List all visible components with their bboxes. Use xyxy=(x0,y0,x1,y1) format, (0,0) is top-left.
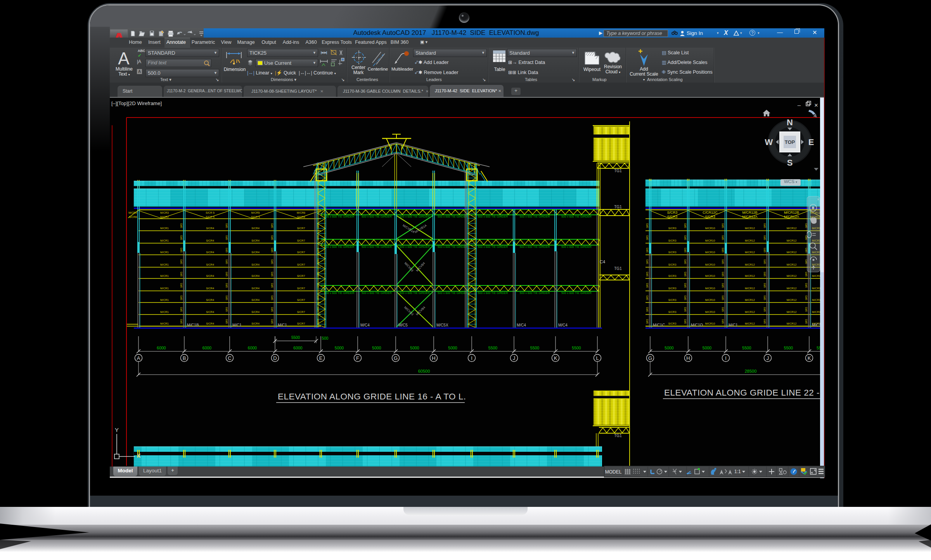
svg-text:SR5: SR5 xyxy=(225,259,228,264)
svg-text:500 x 600 TIE GIRDER: 500 x 600 TIE GIRDER xyxy=(478,291,508,295)
svg-text:SR5: SR5 xyxy=(646,235,649,240)
svg-text:C/CR12C: C/CR12C xyxy=(703,211,718,214)
svg-text:SR5: SR5 xyxy=(763,319,766,324)
svg-text:M/CR10: M/CR10 xyxy=(705,227,715,230)
svg-text:TOP: TOP xyxy=(785,139,795,145)
svg-text:SR5: SR5 xyxy=(180,247,183,252)
svg-text:500 x 600 TIE GIRDER: 500 x 600 TIE GIRDER xyxy=(478,215,508,218)
svg-text:M/CR1: M/CR1 xyxy=(160,239,169,242)
svg-text:S/CR7: S/CR7 xyxy=(297,299,305,301)
svg-text:SR5: SR5 xyxy=(805,283,808,288)
svg-text:M/CR10: M/CR10 xyxy=(705,322,715,325)
svg-text:M/CR10: M/CR10 xyxy=(705,275,715,277)
svg-text:28500: 28500 xyxy=(745,369,757,373)
svg-text:S/CR4: S/CR4 xyxy=(251,299,260,301)
svg-text:SR5: SR5 xyxy=(763,295,766,300)
svg-text:500 x 600 TIE GIRDER: 500 x 600 TIE GIRDER xyxy=(400,291,430,295)
svg-text:S/CR3: S/CR3 xyxy=(667,211,678,214)
svg-text:500 x 600 TIE GIRDER: 500 x 600 TIE GIRDER xyxy=(520,291,550,295)
svg-text:SR5: SR5 xyxy=(684,295,687,300)
svg-text:SR5: SR5 xyxy=(225,319,228,324)
svg-text:SR5: SR5 xyxy=(763,235,766,240)
svg-text:M/CR12: M/CR12 xyxy=(745,287,755,290)
svg-text:SR5: SR5 xyxy=(271,283,273,288)
svg-text:S/CR4: S/CR4 xyxy=(206,227,214,230)
svg-text:SR5: SR5 xyxy=(684,259,687,264)
svg-text:5500: 5500 xyxy=(291,335,300,340)
svg-text:M/CR10: M/CR10 xyxy=(705,311,715,313)
svg-text:S/CR7: S/CR7 xyxy=(297,227,305,230)
svg-text:M/C1C: M/C1C xyxy=(653,323,665,327)
svg-text:M/CR1: M/CR1 xyxy=(160,287,169,290)
svg-text:SR5: SR5 xyxy=(646,271,649,277)
svg-text:K: K xyxy=(808,355,811,361)
svg-text:SR5: SR5 xyxy=(180,271,183,277)
svg-text:S/CR3: S/CR3 xyxy=(668,322,677,325)
svg-text:SR5: SR5 xyxy=(271,247,273,252)
svg-text:TG1: TG1 xyxy=(614,266,622,271)
svg-text:SR5: SR5 xyxy=(271,319,273,324)
svg-text:S/CR7: S/CR7 xyxy=(297,287,305,290)
svg-text:500 x 600 TIE GIRDER: 500 x 600 TIE GIRDER xyxy=(362,245,392,249)
svg-text:M/CR1: M/CR1 xyxy=(160,251,169,254)
svg-text:M/CR12B: M/CR12B xyxy=(784,211,799,214)
svg-text:500 x 600 TIE GIRDER: 500 x 600 TIE GIRDER xyxy=(438,245,468,249)
svg-text:SR5: SR5 xyxy=(763,259,766,264)
svg-text:S/CR4: S/CR4 xyxy=(206,299,214,301)
svg-text:E: E xyxy=(319,355,323,361)
svg-text:SR5: SR5 xyxy=(180,319,183,324)
svg-text:[–][Top][2D Wireframe]: [–][Top][2D Wireframe] xyxy=(111,100,162,106)
svg-text:SR5: SR5 xyxy=(225,283,228,288)
svg-text:C: C xyxy=(228,355,231,361)
svg-text:N: N xyxy=(787,118,793,127)
svg-text:SR5: SR5 xyxy=(646,319,649,324)
svg-text:500 x 600 TIE GIRDER: 500 x 600 TIE GIRDER xyxy=(362,215,392,218)
svg-text:S/CR3: S/CR3 xyxy=(668,239,677,242)
svg-text:M/CR12: M/CR12 xyxy=(745,322,755,325)
svg-text:M/CR3: M/CR3 xyxy=(160,211,169,214)
svg-text:500 x 600 TIE GIRDER: 500 x 600 TIE GIRDER xyxy=(438,291,468,295)
svg-text:S/CR4: S/CR4 xyxy=(206,287,214,290)
svg-text:S/CR7: S/CR7 xyxy=(297,251,305,254)
svg-text:500: 500 xyxy=(322,336,329,340)
svg-text:SR5: SR5 xyxy=(805,295,808,300)
svg-text:SR5: SR5 xyxy=(684,235,687,240)
svg-text:SR5: SR5 xyxy=(763,247,766,252)
svg-text:M/CR12: M/CR12 xyxy=(745,251,755,254)
svg-text:M/C1B: M/C1B xyxy=(187,323,199,327)
svg-text:M/CR12: M/CR12 xyxy=(745,227,755,230)
svg-text:S/CR4: S/CR4 xyxy=(251,239,260,242)
svg-text:H: H xyxy=(686,355,690,361)
svg-text:SR5: SR5 xyxy=(271,271,273,277)
svg-text:SR5: SR5 xyxy=(722,259,724,264)
svg-text:SR5: SR5 xyxy=(722,295,724,300)
svg-text:S/CR3: S/CR3 xyxy=(668,287,677,290)
svg-text:M/CR1: M/CR1 xyxy=(160,263,169,266)
svg-text:G: G xyxy=(394,355,398,361)
svg-text:S/CR4: S/CR4 xyxy=(206,239,214,242)
svg-text:M/CR12: M/CR12 xyxy=(745,263,755,266)
svg-text:M/CR12: M/CR12 xyxy=(787,251,797,254)
svg-text:M/CR9: M/CR9 xyxy=(128,211,137,214)
svg-text:I: I xyxy=(725,355,727,361)
svg-text:M/CR12: M/CR12 xyxy=(745,311,755,313)
svg-text:SR5: SR5 xyxy=(722,223,724,228)
svg-text:D: D xyxy=(273,355,277,361)
svg-text:M/CR10: M/CR10 xyxy=(705,263,715,266)
svg-text:500 x 600 TIE GIRDER: 500 x 600 TIE GIRDER xyxy=(324,215,355,218)
svg-text:500 x 600 TIE GIRDER: 500 x 600 TIE GIRDER xyxy=(561,245,592,249)
svg-text:5500: 5500 xyxy=(784,346,793,350)
svg-text:500 x 600 TIE GIRDER: 500 x 600 TIE GIRDER xyxy=(561,291,592,295)
svg-text:SR5: SR5 xyxy=(180,295,183,300)
svg-text:S/CR3: S/CR3 xyxy=(705,215,715,219)
svg-text:S/CR7: S/CR7 xyxy=(297,263,305,266)
svg-text:5000: 5000 xyxy=(410,346,419,350)
svg-text:M/C5: M/C5 xyxy=(398,323,408,327)
svg-text:M/CR12A: M/CR12A xyxy=(784,215,799,219)
svg-text:5000: 5000 xyxy=(703,346,712,350)
svg-text:M/CR12: M/CR12 xyxy=(787,287,797,290)
svg-text:ELEVATION ALONG GRIDE LINE: ELEVATION ALONG GRIDE LINE 22 - G xyxy=(664,388,829,398)
svg-text:S/CR3: S/CR3 xyxy=(668,263,677,266)
svg-text:TG1: TG1 xyxy=(614,205,622,209)
svg-text:S/CR4: S/CR4 xyxy=(206,263,214,266)
